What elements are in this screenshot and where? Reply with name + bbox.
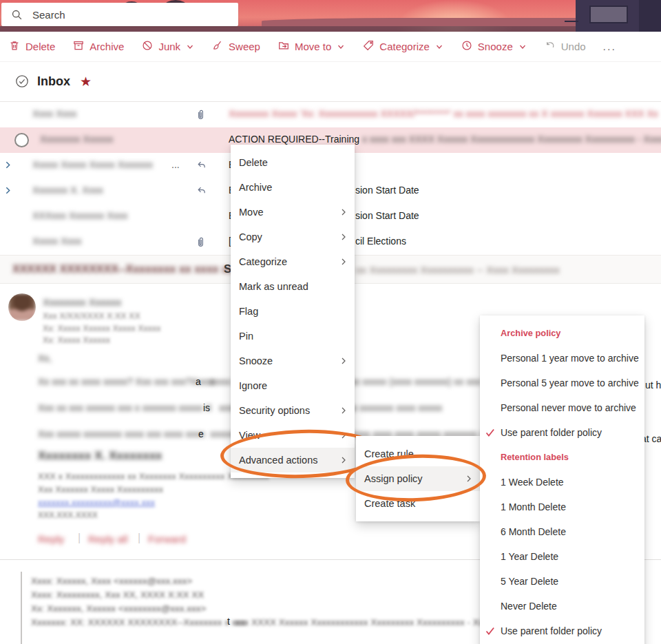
menu-item-copy[interactable]: Copy xyxy=(231,225,355,249)
folder-header: Inbox ★ xyxy=(0,62,661,101)
quote-subject-fragment: t xyxy=(227,616,230,627)
policy-item[interactable]: Never Delete xyxy=(480,594,644,619)
expand-chevron-icon[interactable] xyxy=(3,186,12,195)
menu-item-flag[interactable]: Flag xyxy=(231,299,355,324)
menu-item-delete[interactable]: Delete xyxy=(231,150,355,175)
sender-name: Xxxxx Xxxxx Xxxxx Xxxxxxx xyxy=(32,159,153,170)
tower-rail xyxy=(565,21,578,22)
select-all-circle-check-icon[interactable] xyxy=(15,74,29,88)
menu-item-move[interactable]: Move xyxy=(231,200,355,225)
sender-name: XXXxxx Xxxxxxx Xxxx xyxy=(32,210,127,221)
reply-arrow-icon xyxy=(196,185,207,196)
sender-name: Xxxxxxxx Xxxxxx xyxy=(40,134,114,145)
categorize-button[interactable]: Categorize xyxy=(362,39,443,54)
forward-button[interactable]: Forward xyxy=(148,533,186,545)
search-placeholder: Search xyxy=(32,9,65,21)
reading-subject-blurred-right: xx Xxxxxxxxx Xxxxxxxxxx -- Xxxx Xxxxxxxx… xyxy=(356,264,560,276)
policy-item[interactable]: Personal never move to archive xyxy=(480,395,644,420)
outlook-window: Search Delete Archive Junk Sweep Move to… xyxy=(0,0,661,644)
body-text-fragment: a xyxy=(196,376,201,387)
paperclip-icon xyxy=(196,109,206,121)
block-icon xyxy=(141,39,154,54)
menu-item-ignore[interactable]: Ignore xyxy=(231,373,355,398)
policy-section-header: Archive policy xyxy=(480,321,644,346)
policy-item[interactable]: Personal 5 year move to archive xyxy=(480,371,644,395)
quote-subject-blurred: xxx XXXX Xxxxxx Xxxxxxxxxxxx Xxxxxxxxx X… xyxy=(235,617,484,627)
message-date: Xxx X/XX/XXXX X:XX XX xyxy=(43,311,140,321)
assign-policy-submenu: Archive policy Personal 1 year move to a… xyxy=(480,315,644,644)
policy-item[interactable]: Personal 1 year move to archive xyxy=(480,346,644,371)
chevron-down-icon xyxy=(435,43,443,51)
quote-subject-line: Xxxxxxx: XX: XXXXXX XXXXXXXX--Xxxxxxxx x… xyxy=(31,617,246,627)
signature-email-link[interactable]: xxxxxxx.xxxxxxxxx@xxxx.xxx xyxy=(38,497,155,508)
avatar[interactable] xyxy=(8,293,36,321)
policy-item-checked[interactable]: Use parent folder policy xyxy=(480,420,644,445)
email-subject-continued: cil Elections xyxy=(355,236,406,247)
junk-button[interactable]: Junk xyxy=(141,39,194,54)
reply-button[interactable]: Reply xyxy=(38,533,64,545)
quote-border xyxy=(21,572,22,644)
chevron-down-icon xyxy=(518,43,527,51)
move-to-label: Move to xyxy=(295,41,331,52)
email-subject: Xxxxxxxx Xxxxx 'Xx: Xxxxxxxxxxxx XXXXX/*… xyxy=(229,108,658,119)
chevron-right-icon xyxy=(339,233,348,241)
chevron-down-icon xyxy=(186,43,194,51)
menu-item-archive[interactable]: Archive xyxy=(231,175,355,200)
delete-label: Delete xyxy=(25,41,55,52)
overflow-ellipsis: ... xyxy=(171,159,180,170)
favorite-star-icon[interactable]: ★ xyxy=(80,75,92,88)
policy-item[interactable]: 6 Month Delete xyxy=(480,519,644,544)
snooze-button[interactable]: Snooze xyxy=(461,39,527,54)
sweep-label: Sweep xyxy=(229,41,260,52)
body-text-fragment: ut hi xyxy=(645,380,661,391)
search-input[interactable]: Search xyxy=(1,3,238,26)
categorize-label: Categorize xyxy=(379,41,430,52)
menu-item-snooze[interactable]: Snooze xyxy=(231,349,355,373)
sender-name: Xxxx Xxxx xyxy=(32,108,77,119)
move-to-button[interactable]: Move to xyxy=(277,39,345,54)
policy-item[interactable]: 1 Month Delete xyxy=(480,495,644,519)
signature-name: Xxxxxxxx X. Xxxxxxxx xyxy=(38,449,162,463)
sender-name: Xxxxxxx X. Xxxx xyxy=(32,185,103,196)
search-icon xyxy=(11,9,23,21)
sweep-button[interactable]: Sweep xyxy=(211,39,260,54)
chevron-right-icon xyxy=(339,357,348,365)
more-commands-button[interactable]: ... xyxy=(603,41,616,53)
checkmark-icon xyxy=(485,625,496,636)
delete-button[interactable]: Delete xyxy=(8,39,55,54)
expand-chevron-icon[interactable] xyxy=(3,160,12,169)
email-subject-continued: sion Start Date xyxy=(355,210,419,221)
lifeguard-tower-window xyxy=(589,6,628,23)
avatar-photo xyxy=(8,293,36,321)
undo-button[interactable]: Undo xyxy=(544,39,586,54)
reading-subject-blurred: XXXXXX XXXXXXXX--Xxxxxxxx xx xxxx xxx xyxy=(12,263,240,276)
menu-item-security-options[interactable]: Security options xyxy=(231,398,355,423)
policy-item[interactable]: 1 Year Delete xyxy=(480,544,644,569)
broom-icon xyxy=(211,39,224,54)
menu-item-categorize[interactable]: Categorize xyxy=(231,249,355,274)
chevron-right-icon xyxy=(339,406,348,415)
select-radio[interactable] xyxy=(14,133,29,147)
body-greeting: Xx, xyxy=(38,353,52,364)
undo-label: Undo xyxy=(561,41,586,52)
message-cc-line: Xx: Xxxxx Xxxxxx xyxy=(43,335,110,345)
menu-item-pin[interactable]: Pin xyxy=(231,324,355,349)
body-text-blurred: Xx xxx xx xxxx xxxxx? Xxx xxx xxx?Xxx x xyxy=(38,376,215,387)
chevron-right-icon xyxy=(339,258,348,266)
reply-all-button[interactable]: Reply all xyxy=(88,533,128,545)
policy-item-checked[interactable]: Use parent folder policy xyxy=(480,619,644,643)
menu-item-mark-as-unread[interactable]: Mark as unread xyxy=(231,274,355,299)
body-text-fragment: is xyxy=(203,402,210,413)
email-row[interactable]: Xxxx Xxxx Xxxxxxxx Xxxxx 'Xx: Xxxxxxxxxx… xyxy=(0,102,661,128)
clock-icon xyxy=(461,39,473,54)
policy-item[interactable]: 1 Week Delete xyxy=(480,470,644,495)
signature-phone: XXX.XXX.XXXX xyxy=(38,510,98,520)
junk-label: Junk xyxy=(158,41,180,52)
policy-section-header: Retention labels xyxy=(480,445,644,470)
body-text-blurred: Xxx xx xxx xxxxxx xxx x xxxxxxx xxxxx X xyxy=(38,402,212,413)
policy-item[interactable]: 5 Year Delete xyxy=(480,569,644,594)
reply-separator: | xyxy=(138,532,140,544)
chevron-down-icon xyxy=(337,43,345,51)
archive-button[interactable]: Archive xyxy=(72,39,124,54)
trash-icon xyxy=(8,39,21,54)
